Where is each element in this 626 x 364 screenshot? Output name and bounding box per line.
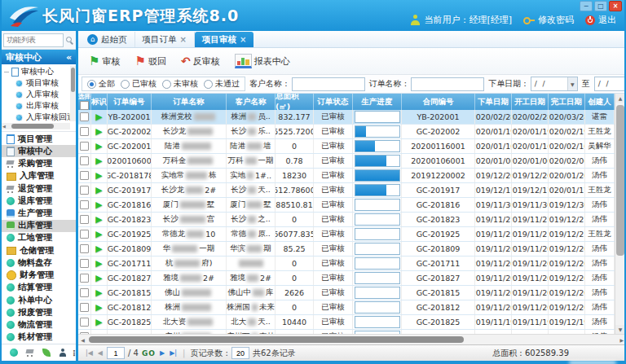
- radio-已审核[interactable]: 已审核: [121, 78, 156, 90]
- sidebar-item-生产管理[interactable]: 生产管理: [2, 207, 76, 219]
- person-icon[interactable]: [59, 349, 67, 357]
- vertical-scrollbar[interactable]: ▲ ▼: [615, 94, 624, 334]
- page-number-input[interactable]: [107, 347, 125, 359]
- row-checkbox[interactable]: [80, 186, 89, 195]
- page-size-input[interactable]: [231, 347, 249, 359]
- row-checkbox[interactable]: [80, 259, 89, 268]
- sidebar-item-补单中心[interactable]: 补单中心: [2, 294, 76, 306]
- scroll-left-icon[interactable]: ◀: [78, 337, 87, 343]
- table-row[interactable]: ▶GC-201809华一期华滨期85.25已审核GC-2018092019/11…: [78, 242, 615, 257]
- tree-horizontal-scrollbar[interactable]: ◀: [2, 123, 70, 129]
- logout-button[interactable]: 退出: [585, 14, 616, 26]
- row-checkbox[interactable]: [80, 142, 89, 151]
- scroll-left-icon[interactable]: ◀: [2, 124, 7, 129]
- prev-page-button[interactable]: ◀: [97, 349, 104, 357]
- table-row[interactable]: ▶GC-201917长沙龙2#长沙天..8512.78600..已审核GC-20…: [78, 183, 615, 198]
- maximize-button[interactable]: □: [594, 1, 607, 11]
- sidebar-item-耗材管理[interactable]: 耗材管理: [2, 331, 76, 344]
- table-row[interactable]: ▶GC-201816厦门墅厦门墅188510.818已审核GC-20181620…: [78, 198, 615, 213]
- sidebar-item-物料盘存[interactable]: 物料盘存: [2, 257, 76, 269]
- radio-icon[interactable]: [87, 80, 96, 89]
- row-checkbox[interactable]: [80, 200, 89, 209]
- table-row[interactable]: ▶YB-202001株洲党校株洲员..832.177已审核YB-20200120…: [78, 110, 615, 125]
- tab-close-icon[interactable]: ×: [180, 35, 187, 44]
- table-row[interactable]: ▶GC-202001陆港陆港墙0已审核202001160012020/01/16…: [78, 139, 615, 154]
- leaf-icon[interactable]: [42, 349, 51, 357]
- sidebar-item-采购管理[interactable]: 采购管理: [2, 157, 76, 169]
- row-checkbox[interactable]: [80, 244, 89, 253]
- dot-teal-icon[interactable]: [10, 349, 18, 357]
- table-row[interactable]: ▶20200106001万科金万科一期0.78已审核20200106001202…: [78, 154, 615, 169]
- table-row[interactable]: ▶GC-201827雅境2#雅境2#0已审核GC-2018272019/11/2…: [78, 271, 615, 286]
- order-name-input[interactable]: [411, 77, 484, 91]
- sidebar-item-报废管理[interactable]: 报废管理: [2, 306, 76, 318]
- go-button[interactable]: GO: [142, 349, 156, 357]
- row-checkbox[interactable]: [80, 156, 89, 165]
- sidebar-item-财务管理[interactable]: 财务管理: [2, 270, 76, 282]
- cart-icon[interactable]: [26, 349, 34, 357]
- row-checkbox[interactable]: [80, 171, 89, 180]
- sidebar-item-仓储管理[interactable]: 仓储管理: [2, 244, 76, 257]
- sidebar-item-出库管理[interactable]: 出库管理: [2, 220, 76, 232]
- next-page-button[interactable]: ▶: [159, 349, 165, 357]
- column-header-order-name[interactable]: 订单名称: [152, 94, 227, 110]
- table-row[interactable]: ▶GC-201823长沙宫长沙之..0已审核GC-2018232019/11/2…: [78, 213, 615, 227]
- select-all-checkbox[interactable]: [80, 101, 89, 110]
- sidebar-item-项目管理[interactable]: 项目管理: [2, 133, 76, 145]
- row-checkbox[interactable]: [80, 112, 89, 121]
- tree-item-出库审核[interactable]: 出库审核: [4, 100, 76, 112]
- change-password-button[interactable]: 修改密码: [523, 14, 574, 26]
- column-header-creator[interactable]: 创建人: [585, 94, 615, 110]
- sidebar-item-退库管理[interactable]: 退库管理: [2, 195, 76, 207]
- radio-icon[interactable]: [121, 80, 130, 89]
- chevron-down-icon[interactable]: ▼: [567, 77, 577, 90]
- radio-未通过[interactable]: 未通过: [204, 78, 240, 90]
- last-page-button[interactable]: ▶|: [169, 349, 178, 357]
- scrollbar-thumb[interactable]: [11, 124, 54, 129]
- sidebar-item-物流管理[interactable]: 物流管理: [2, 319, 76, 331]
- column-header-order-no[interactable]: 订单编号: [108, 94, 152, 110]
- sidebar-item-审核中心[interactable]: 审核中心: [2, 145, 76, 157]
- order-date-to-picker[interactable]: / /▼: [594, 77, 624, 91]
- first-page-button[interactable]: |◀: [85, 349, 94, 357]
- tree-vertical-scrollbar[interactable]: [70, 66, 76, 121]
- minimize-button[interactable]: −: [580, 1, 593, 11]
- table-row[interactable]: ▶GC-201812株洲株洲国未来0已审核GC-2018122019/11/20…: [78, 300, 615, 315]
- row-checkbox[interactable]: [80, 230, 89, 239]
- table-row[interactable]: ▶GC-202002长沙龙长沙乐..65525.7200..已审核GC-2020…: [78, 125, 615, 139]
- tab-close-icon[interactable]: ×: [240, 35, 246, 44]
- scroll-up-icon[interactable]: ▲: [615, 94, 624, 103]
- scroll-right-icon[interactable]: ▶: [619, 337, 624, 343]
- table-row[interactable]: ▶GC-201815佛山佛山中库2626已审核GC-2018152019/11/…: [78, 286, 615, 300]
- tree-item-项目审核[interactable]: 项目审核: [4, 77, 76, 89]
- customer-name-input[interactable]: [292, 77, 365, 91]
- sidebar-item-入库管理[interactable]: 入库管理: [2, 170, 76, 182]
- collapse-icon[interactable]: «: [66, 52, 72, 63]
- unapprove-button[interactable]: ↶反审核: [174, 50, 227, 72]
- sidebar-item-退货管理[interactable]: 退货管理: [2, 182, 76, 195]
- row-checkbox[interactable]: [80, 288, 89, 297]
- scrollbar-thumb[interactable]: [616, 105, 624, 256]
- tab-project-orders[interactable]: 项目订单×: [135, 32, 195, 47]
- column-header-customer-name[interactable]: 客户名称: [227, 94, 276, 110]
- reject-button[interactable]: ⚑驳回: [127, 50, 173, 72]
- scrollbar-thumb[interactable]: [89, 336, 464, 343]
- radio-全部[interactable]: 全部: [87, 78, 115, 90]
- order-date-from-picker[interactable]: / /▼: [531, 77, 578, 91]
- column-header-order-date[interactable]: 下单日期: [475, 94, 512, 110]
- column-header-total-area[interactable]: 总面积(㎡): [276, 94, 314, 110]
- row-checkbox[interactable]: [80, 215, 89, 224]
- column-header-order-status[interactable]: 订单状态: [314, 94, 353, 110]
- table-row[interactable]: ▶GC-201925常德龙10常德原..266077.835..已审核GC-20…: [78, 227, 615, 242]
- tab-home[interactable]: ⌂起始页: [80, 32, 135, 47]
- tree-item-入库审核[interactable]: 入库审核: [4, 89, 76, 100]
- radio-icon[interactable]: [162, 80, 171, 89]
- column-header-start-date[interactable]: 开工日期: [512, 94, 549, 110]
- close-button[interactable]: ×: [609, 1, 622, 11]
- column-header-contract-no[interactable]: 合同编号: [402, 94, 475, 110]
- radio-icon[interactable]: [204, 80, 213, 89]
- tab-project-audit[interactable]: 项目审核×: [195, 32, 253, 47]
- table-row[interactable]: ▶GC-2018178实地常栋实地1#..18230已审核20191220002…: [78, 169, 615, 183]
- horizontal-scrollbar[interactable]: ◀ ▶: [78, 334, 624, 344]
- column-header-flag[interactable]: 标识: [91, 94, 108, 110]
